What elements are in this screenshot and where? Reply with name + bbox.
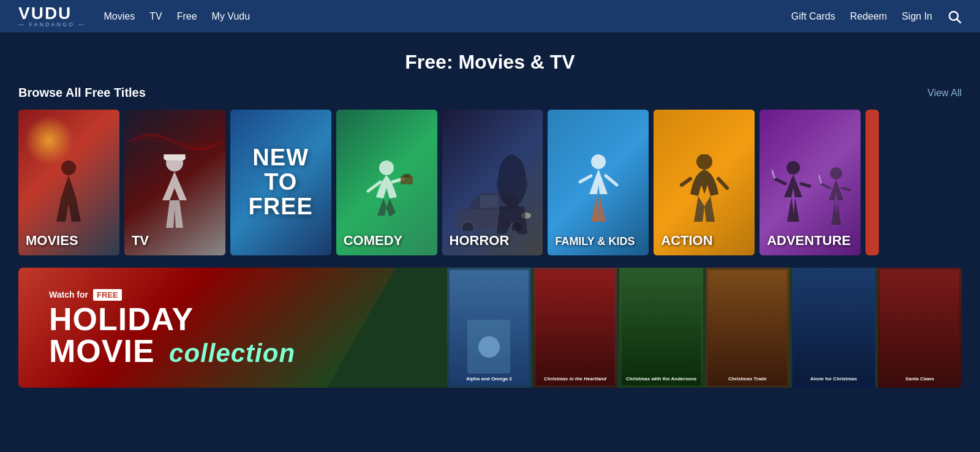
genre-grid: MOVIES TV — [18, 110, 962, 255]
nav-tv[interactable]: TV — [149, 11, 162, 21]
logo-fandango-text: — FANDANGO — — [18, 22, 86, 28]
browse-all-label: Browse All Free Titles — [18, 86, 146, 100]
genre-tile-comedy[interactable]: COMEDY — [336, 110, 437, 255]
svg-line-17 — [772, 170, 775, 179]
holiday-movie-alpha[interactable]: Alpha and Omega 2 — [447, 268, 531, 388]
genre-tile-adventure[interactable]: ADVENTURE — [760, 110, 861, 255]
navbar-right: Gift Cards Redeem Sign In — [791, 9, 962, 24]
svg-line-1 — [957, 19, 961, 23]
gift-cards-link[interactable]: Gift Cards — [791, 11, 835, 22]
nav-free[interactable]: Free — [177, 11, 197, 21]
genre-tile-partial — [865, 110, 879, 255]
holiday-movie-santa[interactable]: Santa Claws — [878, 268, 962, 388]
genre-tile-tv[interactable]: TV — [124, 110, 225, 255]
adventure-figure2 — [818, 167, 854, 234]
horror-figure — [494, 154, 530, 234]
tv-wing-decoration — [124, 122, 225, 162]
navbar-left: VUDU — FANDANGO — Movies TV Free My Vudu — [18, 5, 250, 28]
holiday-movies: Alpha and Omega 2 Christmas in the Heart… — [447, 268, 962, 388]
holiday-subtitle: collection — [169, 339, 295, 367]
genre-label-tv: TV — [132, 233, 149, 248]
genre-tile-action[interactable]: ACTION — [654, 110, 755, 255]
svg-point-14 — [591, 154, 606, 169]
nav-links: Movies TV Free My Vudu — [104, 11, 251, 22]
genre-tile-movies[interactable]: MOVIES — [18, 110, 119, 255]
genre-tile-horror[interactable]: HORROR — [442, 110, 543, 255]
navbar: VUDU — FANDANGO — Movies TV Free My Vudu… — [0, 0, 980, 32]
holiday-movie-andersons[interactable]: Christmas with the Andersons — [619, 268, 703, 388]
logo[interactable]: VUDU — FANDANGO — — [18, 5, 86, 28]
family-figure — [574, 154, 623, 234]
genre-label-adventure: ADVENTURE — [767, 233, 851, 248]
genre-label-movies: MOVIES — [26, 233, 78, 248]
movies-figure — [44, 160, 93, 234]
svg-point-10 — [462, 222, 474, 231]
genre-tile-new-to-free[interactable]: NEWTOFREE — [230, 110, 331, 255]
section-header: Browse All Free Titles View All — [18, 86, 962, 100]
svg-point-15 — [696, 154, 712, 170]
comedy-figure — [359, 160, 414, 234]
search-button[interactable] — [947, 9, 962, 24]
genre-tile-family[interactable]: FAMILY & KIDS — [548, 110, 649, 255]
svg-point-18 — [830, 167, 842, 179]
tv-figure — [144, 154, 205, 234]
holiday-movie-trade[interactable]: Christmas Trade — [706, 268, 790, 388]
svg-point-2 — [61, 160, 76, 175]
genre-label-family: FAMILY & KIDS — [555, 236, 635, 248]
free-badge: FREE — [93, 289, 122, 301]
holiday-title-line2: MOVIE collection — [49, 335, 417, 367]
page-title: Free: Movies & TV — [18, 32, 962, 86]
holiday-movie-heartland[interactable]: Christmas in the Heartland — [533, 268, 617, 388]
holiday-left-section: Watch for FREE HOLIDAY MOVIE collection — [18, 268, 447, 388]
view-all-link[interactable]: View All — [927, 88, 962, 99]
watch-for-free: Watch for FREE — [49, 289, 417, 301]
nav-movies[interactable]: Movies — [104, 11, 135, 21]
genre-label-horror: HORROR — [450, 233, 510, 248]
redeem-link[interactable]: Redeem — [850, 11, 887, 22]
watch-for-text: Watch for — [49, 290, 88, 299]
action-figure — [677, 154, 732, 234]
sign-in-link[interactable]: Sign In — [902, 11, 932, 22]
logo-vudu-text: VUDU — [18, 5, 86, 22]
search-icon — [947, 9, 962, 24]
holiday-title-line1: HOLIDAY — [49, 303, 417, 335]
svg-point-16 — [786, 161, 800, 175]
holiday-movie-alone[interactable]: Alone for Christmas — [792, 268, 876, 388]
holiday-banner[interactable]: Watch for FREE HOLIDAY MOVIE collection — [18, 268, 962, 388]
adventure-figure1 — [772, 160, 815, 234]
svg-line-19 — [819, 175, 821, 184]
genre-label-comedy: COMEDY — [344, 233, 403, 248]
nav-myvudu[interactable]: My Vudu — [212, 11, 251, 21]
svg-point-6 — [379, 160, 394, 175]
svg-rect-8 — [403, 174, 410, 178]
genre-label-action: ACTION — [661, 233, 712, 248]
main-content: Free: Movies & TV Browse All Free Titles… — [0, 32, 980, 388]
